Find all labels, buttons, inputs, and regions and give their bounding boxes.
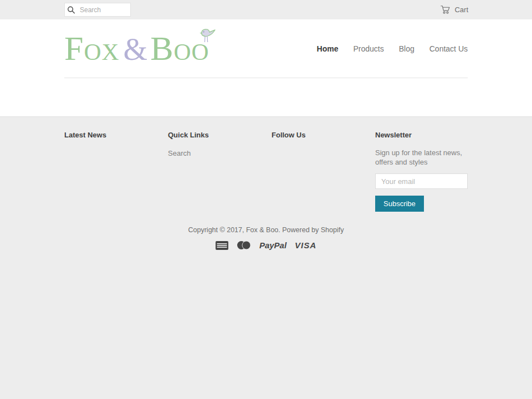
quick-links-heading: Quick Links — [168, 131, 260, 139]
amex-icon — [216, 241, 228, 250]
footer-column-follow-us: Follow Us — [272, 131, 364, 212]
footer-columns: Latest News Quick Links Search Follow Us… — [64, 131, 468, 212]
search-form — [64, 3, 131, 17]
cart-link[interactable]: Cart — [441, 5, 468, 14]
nav-item-home[interactable]: Home — [317, 44, 339, 53]
cart-label: Cart — [454, 6, 468, 14]
logo[interactable]: Fox & Boo — [64, 30, 209, 66]
logo-ampersand: & — [124, 32, 148, 68]
site-header: Fox & Boo Home Products Blog Cont — [0, 19, 532, 78]
nav-item-contact-us[interactable]: Contact Us — [429, 44, 468, 53]
main-nav: Home Products Blog Contact Us — [317, 44, 468, 53]
logo-word-fox: Fox — [64, 30, 120, 66]
newsletter-description: Sign up for the latest news, offers and … — [375, 148, 468, 167]
copyright-prefix: Copyright © 2017, — [188, 226, 246, 234]
nav-item-products[interactable]: Products — [353, 44, 383, 53]
newsletter-heading: Newsletter — [375, 131, 468, 139]
copyright-line: Copyright © 2017, Fox & Boo. Powered by … — [64, 226, 468, 234]
top-utility-bar: Cart — [0, 0, 532, 19]
search-submit-button[interactable] — [67, 6, 75, 14]
latest-news-heading: Latest News — [64, 131, 157, 139]
footer-column-quick-links: Quick Links Search — [168, 131, 260, 212]
newsletter-email-input[interactable] — [375, 173, 468, 189]
copyright-store-link[interactable]: Fox & Boo — [246, 226, 278, 234]
mastercard-icon — [237, 241, 251, 250]
visa-logo: VISA — [295, 241, 316, 250]
footer-column-latest-news: Latest News — [64, 131, 157, 212]
nav-item-blog[interactable]: Blog — [399, 44, 415, 53]
subscribe-button[interactable]: Subscribe — [375, 196, 424, 212]
main-content-area — [0, 78, 532, 116]
payment-methods: PayPal VISA — [64, 241, 468, 250]
logo-word-boo-wrap: Boo — [150, 30, 209, 75]
follow-us-heading: Follow Us — [272, 131, 364, 139]
cart-icon — [441, 5, 451, 14]
header-inner: Fox & Boo Home Products Blog Cont — [64, 19, 468, 78]
footer-column-newsletter: Newsletter Sign up for the latest news, … — [375, 131, 468, 212]
site-footer: Latest News Quick Links Search Follow Us… — [0, 116, 532, 399]
bird-icon — [199, 22, 217, 58]
paypal-logo: PayPal — [259, 241, 287, 250]
footer-inner: Latest News Quick Links Search Follow Us… — [64, 117, 468, 250]
quick-link-search[interactable]: Search — [168, 149, 191, 157]
search-icon — [67, 6, 75, 14]
powered-by-shopify-link[interactable]: Powered by Shopify — [282, 226, 344, 234]
